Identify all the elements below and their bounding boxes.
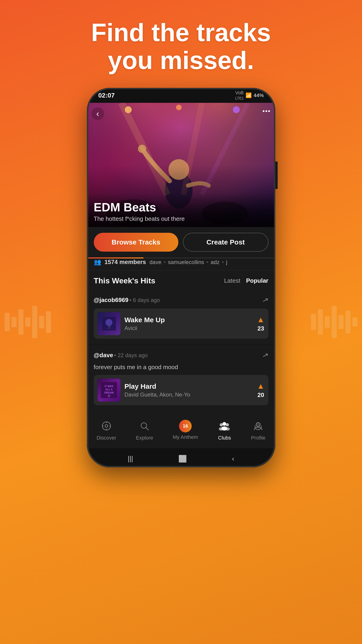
track-thumb-artwork1: 🎵 [97, 312, 120, 335]
more-options-button[interactable]: ••• [263, 108, 271, 115]
myanthem-label: My Anthem [173, 434, 198, 440]
profile-icon [251, 419, 265, 433]
svg-point-16 [105, 319, 112, 326]
svg-point-35 [219, 427, 223, 430]
create-post-button[interactable]: Create Post [183, 233, 269, 252]
share-icon[interactable]: ↗ [261, 350, 269, 360]
waveform-bar [11, 317, 16, 327]
share-icon[interactable]: ↗ [261, 295, 269, 305]
track-info: Play Hard David Guetta, Akon, Ne-Yo [125, 382, 253, 398]
club-info-overlay: EDM Beats The hottest f*cking beats out … [87, 194, 275, 227]
svg-text:IT WAS: IT WAS [105, 385, 113, 388]
svg-line-30 [146, 428, 148, 430]
status-icons: VoBLTE1 📶 44% [235, 90, 264, 101]
waveform-bar [4, 313, 10, 331]
upvote-button[interactable]: ▲ [257, 382, 265, 390]
club-description: The hottest f*cking beats out there [94, 215, 269, 222]
post-card: @jacob6969 • 6 days ago ↗ 🎵 [87, 290, 275, 345]
svg-point-33 [226, 423, 229, 426]
android-back-button[interactable]: ||| [128, 455, 133, 462]
post-author: @jacob6969 [94, 296, 128, 303]
post-author: @dave [94, 352, 113, 358]
page-headline: Find the tracks you missed. [73, 18, 289, 74]
battery-icon: 44% [254, 92, 264, 98]
svg-text:ALL A: ALL A [105, 388, 113, 391]
waveform-bar [339, 315, 344, 329]
back-button[interactable]: ‹ [91, 108, 104, 120]
android-nav-bar: ||| ⬜ ‹ [87, 448, 275, 467]
post-time: • 22 days ago [114, 352, 148, 358]
discover-icon [99, 419, 113, 433]
nav-item-explore[interactable]: Explore [136, 419, 153, 441]
svg-point-38 [256, 422, 260, 427]
waveform-bar [311, 314, 316, 330]
waveform-bar [46, 311, 51, 333]
signal-icon: VoBLTE1 [235, 90, 244, 101]
track-thumb-artwork2: IT WAS ALL A DREAM [97, 378, 120, 402]
post-meta: @dave • 22 days ago ↗ [94, 351, 269, 360]
svg-text:🎵: 🎵 [107, 326, 111, 329]
track-card[interactable]: 🎵 Wake Me Up Avicii ▲ 23 [94, 308, 269, 339]
nav-item-myanthem[interactable]: 16 My Anthem [173, 420, 198, 440]
waveform-bar [32, 306, 37, 338]
app-screen: ‹ ••• EDM Beats The hottest f*cking beat… [87, 103, 275, 467]
club-name: EDM Beats [94, 200, 269, 214]
discover-label: Discover [96, 435, 116, 441]
status-time: 02:07 [98, 92, 115, 99]
clubs-icon [218, 419, 231, 433]
post-text: forever puts me in a good mood [94, 364, 269, 371]
bottom-nav: Discover Explore 16 My Anthem [87, 412, 275, 448]
tab-latest[interactable]: Latest [224, 277, 240, 284]
track-name: Wake Me Up [125, 316, 253, 324]
members-icon: 👥 [94, 258, 101, 266]
myanthem-badge: 16 [179, 420, 192, 432]
waveform-bar [318, 309, 323, 335]
svg-point-32 [220, 423, 223, 426]
browse-tracks-button[interactable]: Browse Tracks [94, 233, 178, 252]
post-time: • 6 days ago [129, 297, 160, 303]
nav-item-discover[interactable]: Discover [96, 419, 116, 441]
vote-count: 23 [257, 325, 264, 332]
feed-section-title: This Week's Hits [94, 276, 155, 285]
member-name: j [226, 259, 227, 266]
headline-line1: Find the tracks [91, 18, 271, 46]
feed-header: This Week's Hits Latest Popular [87, 270, 275, 290]
members-count: 1574 members [105, 258, 146, 266]
explore-icon [138, 419, 151, 433]
waveform-bar [352, 318, 358, 326]
waveform-right [311, 306, 358, 338]
svg-text:DREAM: DREAM [104, 391, 113, 394]
track-artist: David Guetta, Akon, Ne-Yo [125, 392, 253, 398]
wifi-bars-icon: 📶 [246, 92, 252, 98]
tab-popular[interactable]: Popular [246, 277, 269, 284]
member-name: dave [149, 259, 161, 266]
track-card[interactable]: IT WAS ALL A DREAM Play Hard David Guett… [94, 375, 269, 405]
vote-area: ▲ 23 [257, 315, 265, 332]
track-name: Play Hard [125, 382, 253, 390]
play-hard-artwork-icon: IT WAS ALL A DREAM [101, 382, 117, 398]
nav-item-profile[interactable]: Profile [251, 419, 265, 441]
waveform-bar [25, 318, 30, 326]
member-names: dave • samuelecollins • adz • j [149, 259, 227, 266]
android-recents-button[interactable]: ‹ [232, 455, 234, 462]
waveform-bar [18, 309, 23, 335]
club-hero-image: ‹ ••• EDM Beats The hottest f*cking beat… [87, 103, 275, 227]
upvote-button[interactable]: ▲ [257, 315, 265, 324]
progress-fill [87, 257, 143, 258]
track-thumbnail: IT WAS ALL A DREAM [97, 378, 120, 402]
waveform-bar [39, 316, 44, 328]
svg-point-22 [108, 394, 110, 397]
waveform-left [4, 306, 51, 338]
track-thumbnail: 🎵 [97, 312, 120, 335]
profile-label: Profile [251, 435, 265, 441]
track-info: Wake Me Up Avicii [125, 316, 253, 332]
android-home-button[interactable]: ⬜ [178, 455, 187, 463]
action-buttons-row: Browse Tracks Create Post [87, 227, 275, 257]
nav-item-clubs[interactable]: Clubs [218, 419, 231, 441]
clubs-label: Clubs [218, 435, 231, 441]
waveform-bar [325, 316, 330, 328]
svg-point-36 [225, 427, 230, 430]
post-meta: @jacob6969 • 6 days ago ↗ [94, 296, 269, 304]
waveform-bar [332, 306, 337, 338]
vote-count: 20 [257, 392, 264, 398]
